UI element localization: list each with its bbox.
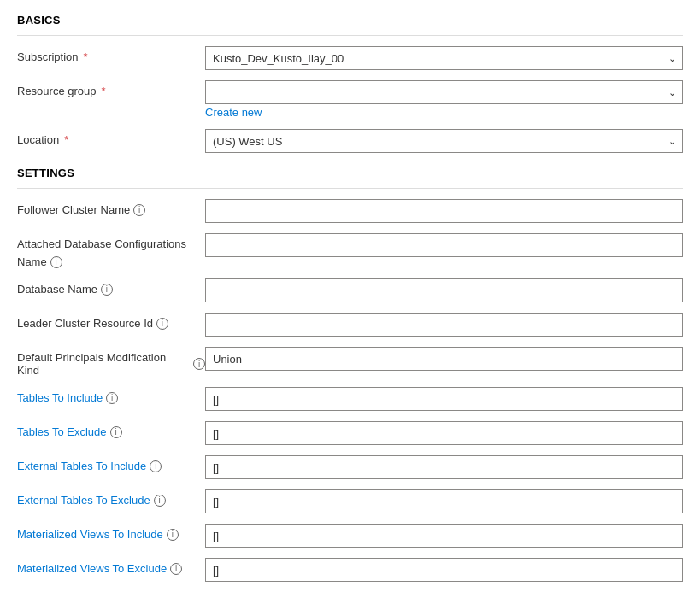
- materialized-views-to-include-row: Materialized Views To Include i: [17, 524, 683, 548]
- leader-cluster-resource-id-info-icon[interactable]: i: [156, 318, 168, 330]
- basics-header: BASICS: [17, 14, 683, 26]
- resource-group-select[interactable]: [205, 80, 683, 104]
- external-tables-to-include-row: External Tables To Include i: [17, 455, 683, 479]
- resource-group-required: *: [102, 85, 106, 97]
- tables-to-exclude-control: [205, 421, 683, 445]
- external-tables-to-include-info-icon[interactable]: i: [150, 460, 162, 472]
- tables-to-include-info-icon[interactable]: i: [106, 392, 118, 404]
- follower-cluster-name-info-icon[interactable]: i: [133, 204, 145, 216]
- settings-header: SETTINGS: [17, 167, 683, 179]
- subscription-select[interactable]: Kusto_Dev_Kusto_Ilay_00: [205, 46, 683, 70]
- follower-cluster-name-input[interactable]: [205, 199, 683, 223]
- settings-divider: [17, 188, 683, 189]
- external-tables-to-exclude-control: [205, 489, 683, 513]
- attached-db-config-input[interactable]: [205, 233, 683, 257]
- database-name-label: Database Name i: [17, 278, 205, 296]
- tables-to-include-row: Tables To Include i: [17, 387, 683, 411]
- follower-cluster-name-row: Follower Cluster Name i: [17, 199, 683, 223]
- leader-cluster-resource-id-label: Leader Cluster Resource Id i: [17, 313, 205, 330]
- leader-cluster-resource-id-input[interactable]: [205, 313, 683, 337]
- location-basics-label: Location *: [17, 129, 205, 146]
- follower-cluster-name-control: [205, 199, 683, 223]
- attached-db-config-row: Attached Database Configurations Name i: [17, 233, 683, 268]
- materialized-views-to-exclude-control: [205, 558, 683, 582]
- subscription-control: Kusto_Dev_Kusto_Ilay_00 ⌄: [205, 46, 683, 70]
- location-control: (US) West US ⌄: [205, 129, 683, 153]
- external-tables-to-exclude-input[interactable]: [205, 489, 683, 513]
- subscription-row: Subscription * Kusto_Dev_Kusto_Ilay_00 ⌄: [17, 46, 683, 70]
- resource-group-row: Resource group * ⌄ Create new: [17, 80, 683, 119]
- materialized-views-to-exclude-input[interactable]: [205, 558, 683, 582]
- create-new-link[interactable]: Create new: [205, 106, 262, 119]
- tables-to-exclude-input[interactable]: [205, 421, 683, 445]
- materialized-views-to-include-input[interactable]: [205, 524, 683, 548]
- settings-section: SETTINGS Follower Cluster Name i Attache…: [17, 167, 683, 592]
- default-principals-control: [205, 347, 683, 371]
- basics-divider: [17, 35, 683, 36]
- leader-cluster-resource-id-row: Leader Cluster Resource Id i: [17, 313, 683, 337]
- external-tables-to-exclude-row: External Tables To Exclude i: [17, 489, 683, 513]
- location-select-wrapper: (US) West US ⌄: [205, 129, 683, 153]
- database-name-row: Database Name i: [17, 278, 683, 302]
- external-tables-to-exclude-label: External Tables To Exclude i: [17, 489, 205, 507]
- attached-db-config-label: Attached Database Configurations Name i: [17, 233, 205, 268]
- default-principals-row: Default Principals Modification Kind i: [17, 347, 683, 377]
- location-required: *: [64, 133, 68, 146]
- database-name-info-icon[interactable]: i: [101, 284, 113, 296]
- attached-db-config-info-icon[interactable]: i: [50, 256, 62, 268]
- tables-to-include-input[interactable]: [205, 387, 683, 411]
- database-name-input[interactable]: [205, 278, 683, 302]
- materialized-views-to-exclude-info-icon[interactable]: i: [170, 563, 182, 575]
- materialized-views-to-exclude-row: Materialized Views To Exclude i: [17, 558, 683, 582]
- default-principals-info-icon[interactable]: i: [193, 358, 205, 370]
- external-tables-to-include-control: [205, 455, 683, 479]
- tables-to-include-label: Tables To Include i: [17, 387, 205, 404]
- materialized-views-to-exclude-label: Materialized Views To Exclude i: [17, 558, 205, 575]
- tables-to-include-control: [205, 387, 683, 411]
- basics-section: BASICS Subscription * Kusto_Dev_Kusto_Il…: [17, 14, 683, 153]
- location-select[interactable]: (US) West US: [205, 129, 683, 153]
- resource-group-label: Resource group *: [17, 80, 205, 97]
- default-principals-label: Default Principals Modification Kind i: [17, 347, 205, 377]
- resource-group-control: ⌄ Create new: [205, 80, 683, 119]
- subscription-label: Subscription *: [17, 46, 205, 63]
- leader-cluster-resource-id-control: [205, 313, 683, 337]
- materialized-views-to-include-label: Materialized Views To Include i: [17, 524, 205, 541]
- subscription-required: *: [84, 50, 88, 63]
- tables-to-exclude-label: Tables To Exclude i: [17, 421, 205, 438]
- follower-cluster-name-label: Follower Cluster Name i: [17, 199, 205, 216]
- tables-to-exclude-info-icon[interactable]: i: [110, 426, 122, 438]
- database-name-control: [205, 278, 683, 302]
- subscription-select-wrapper: Kusto_Dev_Kusto_Ilay_00 ⌄: [205, 46, 683, 70]
- external-tables-to-exclude-info-icon[interactable]: i: [154, 495, 166, 507]
- attached-db-config-label-line2: Name i: [17, 255, 62, 268]
- tables-to-exclude-row: Tables To Exclude i: [17, 421, 683, 445]
- attached-db-config-control: [205, 233, 683, 257]
- resource-group-select-wrapper: ⌄: [205, 80, 683, 104]
- external-tables-to-include-label: External Tables To Include i: [17, 455, 205, 472]
- location-basics-row: Location * (US) West US ⌄: [17, 129, 683, 153]
- materialized-views-to-include-control: [205, 524, 683, 548]
- materialized-views-to-include-info-icon[interactable]: i: [167, 529, 179, 541]
- external-tables-to-include-input[interactable]: [205, 455, 683, 479]
- default-principals-input[interactable]: [205, 347, 683, 371]
